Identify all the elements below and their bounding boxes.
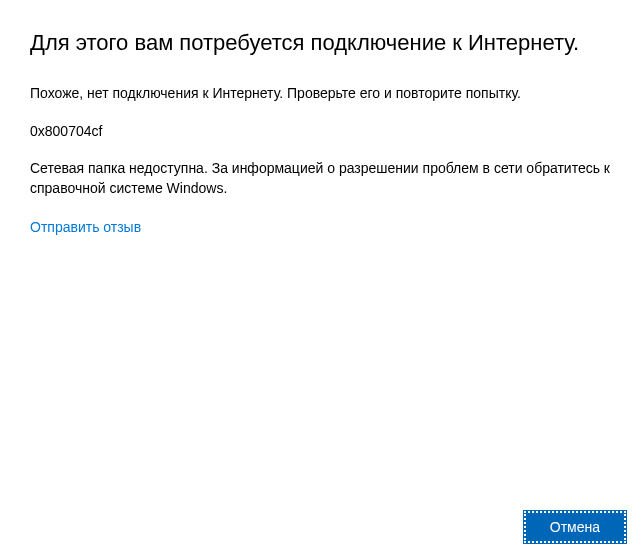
dialog-content: Для этого вам потребуется подключение к … bbox=[0, 0, 644, 236]
error-description: Сетевая папка недоступна. За информацией… bbox=[30, 159, 614, 198]
dialog-footer: Отмена bbox=[524, 511, 626, 543]
cancel-button[interactable]: Отмена bbox=[524, 511, 626, 543]
error-message: Похоже, нет подключения к Интернету. Про… bbox=[30, 84, 614, 104]
error-code: 0x800704cf bbox=[30, 123, 614, 139]
dialog-title: Для этого вам потребуется подключение к … bbox=[30, 28, 614, 58]
feedback-link[interactable]: Отправить отзыв bbox=[30, 219, 141, 235]
